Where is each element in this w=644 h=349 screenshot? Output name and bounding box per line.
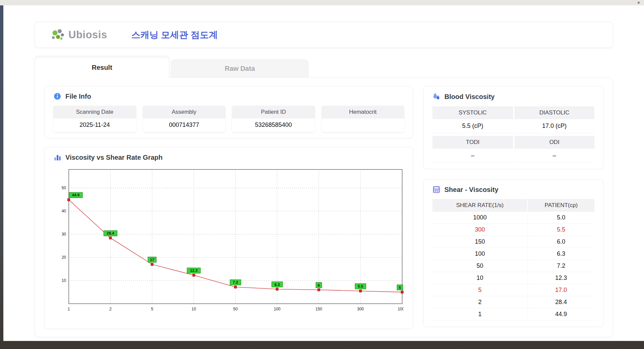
right-column: Blood Viscosity SYSTOLIC DIASTOLIC 5.5 (… <box>423 86 603 329</box>
svg-text:300: 300 <box>357 307 364 311</box>
table-row: 228.4 <box>432 296 594 308</box>
window-close-button[interactable]: × <box>637 0 640 5</box>
tab-raw-data[interactable]: Raw Data <box>171 59 309 78</box>
blood-viscosity-title: Blood Viscosity <box>444 93 495 101</box>
shear-viscosity-card: Shear - Viscosity SHEAR RATE(1/s) PATIEN… <box>423 179 603 327</box>
field-patient-id: Patient ID 53268585400 <box>232 106 315 132</box>
cell-shear-rate: 1 <box>432 308 528 320</box>
svg-text:50: 50 <box>62 186 66 190</box>
graph-card: Viscosity vs Shear Rate Graph 1020304050… <box>44 147 413 329</box>
cell-shear-rate: 300 <box>432 224 528 236</box>
cell-shear-rate: 150 <box>432 236 528 248</box>
cell-patient-viscosity: 5.0 <box>528 212 594 224</box>
viscosity-chart: 10203040501251050100150300100044.928.417… <box>53 167 404 316</box>
cell-patient-viscosity: 12.3 <box>528 272 594 284</box>
bv-spacer <box>432 133 594 136</box>
left-column: File Info Scanning Date 2025-11-24 Assem… <box>44 86 413 329</box>
cell-shear-rate: 100 <box>432 248 528 260</box>
svg-text:12.3: 12.3 <box>190 268 198 272</box>
cell-patient-viscosity: 44.9 <box>528 308 594 320</box>
svg-text:5.5: 5.5 <box>358 284 364 288</box>
svg-text:40: 40 <box>62 209 66 213</box>
blood-viscosity-title-row: Blood Viscosity <box>432 92 594 101</box>
window-titlebar: × <box>0 0 644 5</box>
field-value <box>322 118 405 132</box>
svg-text:1: 1 <box>68 307 70 311</box>
shear-viscosity-title-row: Shear - Viscosity <box>432 186 594 194</box>
table-row: 517.0 <box>432 284 594 296</box>
svg-text:6.3: 6.3 <box>274 283 280 287</box>
field-label: Hematocrit <box>322 106 405 118</box>
field-assembly: Assembly 000714377 <box>143 106 226 132</box>
field-value: 2025-11-24 <box>53 118 136 132</box>
viscosity-chart-area: 10203040501251050100150300100044.928.417… <box>53 167 404 316</box>
col-header-patient: PATIENT(cp) <box>528 199 594 212</box>
svg-text:7.2: 7.2 <box>233 280 238 284</box>
cell-shear-rate: 1000 <box>432 212 528 224</box>
ubiosis-logo: Ubiosis <box>50 28 107 42</box>
svg-text:44.9: 44.9 <box>72 193 79 197</box>
svg-text:50: 50 <box>233 307 238 311</box>
logo-text: Ubiosis <box>68 29 107 41</box>
tab-result[interactable]: Result <box>35 57 169 78</box>
field-label: Scanning Date <box>53 106 136 118</box>
info-icon <box>53 92 61 100</box>
graph-title-row: Viscosity vs Shear Rate Graph <box>53 153 404 161</box>
app-header: Ubiosis 스캐닝 모세관 점도계 <box>35 22 613 48</box>
ubiosis-logo-icon <box>50 28 66 42</box>
droplets-icon <box>432 92 440 101</box>
bv-label-diastolic: DIASTOLIC <box>514 106 595 119</box>
svg-text:2: 2 <box>109 307 112 311</box>
field-label: Assembly <box>143 106 226 118</box>
shear-table-body: 10005.03005.51506.01006.3507.21012.3517.… <box>432 212 594 320</box>
svg-text:20: 20 <box>62 255 66 260</box>
bv-label-odi: ODI <box>514 136 595 149</box>
bv-label-systolic: SYSTOLIC <box>432 106 513 119</box>
svg-text:5: 5 <box>151 307 153 311</box>
table-row: 3005.5 <box>432 224 594 236</box>
file-info-title-row: File Info <box>53 92 404 100</box>
cell-patient-viscosity: 6.0 <box>528 236 594 248</box>
table-row: 10005.0 <box>432 212 594 224</box>
bv-value-systolic: 5.5 (cP) <box>432 119 513 133</box>
file-info-fields: Scanning Date 2025-11-24 Assembly 000714… <box>53 106 404 132</box>
svg-text:10: 10 <box>192 307 196 311</box>
cell-patient-viscosity: 5.5 <box>528 224 594 236</box>
graph-title: Viscosity vs Shear Rate Graph <box>65 154 163 161</box>
table-row: 507.2 <box>432 260 594 272</box>
cell-patient-viscosity: 28.4 <box>528 296 594 308</box>
svg-text:1000: 1000 <box>398 307 404 311</box>
svg-text:5: 5 <box>399 286 401 290</box>
shear-viscosity-title: Shear - Viscosity <box>444 186 498 194</box>
page-title: 스캐닝 모세관 점도계 <box>131 29 218 41</box>
file-info-card: File Info Scanning Date 2025-11-24 Assem… <box>44 86 413 138</box>
file-info-title: File Info <box>65 93 91 100</box>
field-value: 53268585400 <box>232 118 315 132</box>
col-header-shear-rate: SHEAR RATE(1/s) <box>432 199 528 212</box>
field-value: 000714377 <box>143 118 226 132</box>
field-scanning-date: Scanning Date 2025-11-24 <box>53 106 136 132</box>
table-row: 144.9 <box>432 308 594 320</box>
cell-patient-viscosity: 6.3 <box>528 248 594 260</box>
blood-viscosity-grid: SYSTOLIC DIASTOLIC 5.5 (cP) 17.0 (cP) TO… <box>432 106 594 163</box>
bv-value-todi: – <box>432 149 513 163</box>
result-panel: File Info Scanning Date 2025-11-24 Assem… <box>35 78 613 337</box>
cell-shear-rate: 2 <box>432 296 528 308</box>
blood-viscosity-card: Blood Viscosity SYSTOLIC DIASTOLIC 5.5 (… <box>423 86 603 169</box>
table-row: 1006.3 <box>432 248 594 260</box>
calculator-icon <box>432 186 440 194</box>
cell-shear-rate: 50 <box>432 260 528 272</box>
cell-patient-viscosity: 7.2 <box>528 260 594 272</box>
svg-text:150: 150 <box>315 307 322 311</box>
svg-text:30: 30 <box>62 232 66 237</box>
bar-chart-icon <box>53 153 61 161</box>
shear-viscosity-table: SHEAR RATE(1/s) PATIENT(cp) 10005.03005.… <box>432 199 594 320</box>
svg-text:10: 10 <box>62 278 66 283</box>
field-hematocrit: Hematocrit <box>322 106 405 132</box>
tab-bar: Result Raw Data <box>35 57 613 78</box>
bv-value-diastolic: 17.0 (cP) <box>514 119 595 133</box>
bv-label-todi: TODI <box>432 136 513 149</box>
field-label: Patient ID <box>232 106 315 118</box>
svg-text:100: 100 <box>274 307 280 311</box>
cell-shear-rate: 5 <box>432 284 528 296</box>
